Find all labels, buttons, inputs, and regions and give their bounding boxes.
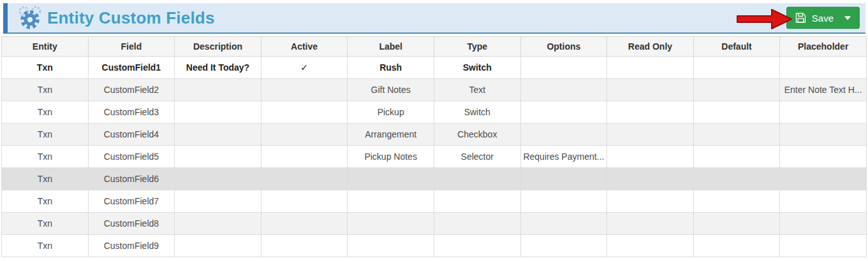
- cell-active[interactable]: [261, 101, 348, 123]
- cell-description[interactable]: [175, 213, 261, 235]
- cell-placeholder[interactable]: [780, 168, 867, 190]
- cell-field[interactable]: CustomField3: [88, 101, 175, 123]
- header-bar: Entity Custom Fields Save: [3, 3, 865, 34]
- cell-label[interactable]: Pickup: [348, 101, 434, 123]
- cell-placeholder[interactable]: [780, 146, 867, 168]
- cell-label[interactable]: [348, 168, 434, 190]
- cell-type[interactable]: [434, 213, 520, 235]
- cell-read-only[interactable]: [607, 57, 694, 79]
- cell-type[interactable]: Switch: [434, 57, 520, 79]
- cell-entity[interactable]: Txn: [2, 101, 89, 123]
- cell-placeholder[interactable]: [780, 213, 867, 235]
- cell-entity[interactable]: Txn: [2, 146, 89, 168]
- cell-label[interactable]: Arrangement: [348, 123, 434, 146]
- cell-entity[interactable]: Txn: [2, 168, 89, 190]
- cell-default[interactable]: [693, 79, 780, 101]
- cell-read-only[interactable]: [607, 190, 694, 213]
- cell-read-only[interactable]: [607, 79, 694, 101]
- cell-description[interactable]: Need It Today?: [175, 57, 261, 79]
- cell-label[interactable]: Gift Notes: [348, 79, 434, 101]
- cell-read-only[interactable]: [607, 235, 694, 257]
- cell-description[interactable]: [175, 123, 261, 146]
- cell-options[interactable]: [520, 123, 607, 146]
- cell-placeholder[interactable]: [780, 235, 867, 257]
- dropdown-caret-icon[interactable]: [844, 16, 851, 20]
- cell-options[interactable]: [520, 235, 607, 257]
- cell-type[interactable]: [434, 168, 520, 190]
- cell-field[interactable]: CustomField6: [88, 168, 175, 190]
- cell-label[interactable]: Pickup Notes: [348, 146, 434, 168]
- annotation-arrow-icon: [737, 8, 793, 31]
- cell-field[interactable]: CustomField5: [88, 146, 175, 168]
- cell-active[interactable]: [261, 235, 348, 257]
- cell-label[interactable]: [348, 213, 434, 235]
- cell-read-only[interactable]: [607, 101, 694, 123]
- cell-placeholder[interactable]: [780, 190, 867, 213]
- cell-default[interactable]: [693, 101, 780, 123]
- cell-label[interactable]: [348, 235, 434, 257]
- floppy-disk-icon: [795, 13, 806, 24]
- cell-active[interactable]: ✓: [261, 57, 348, 79]
- cell-options[interactable]: [520, 57, 607, 79]
- cell-label[interactable]: [348, 190, 434, 213]
- cell-description[interactable]: [175, 168, 261, 190]
- cell-entity[interactable]: Txn: [2, 213, 89, 235]
- cell-default[interactable]: [693, 168, 780, 190]
- cell-field[interactable]: CustomField1: [88, 57, 175, 79]
- cell-options[interactable]: [520, 213, 607, 235]
- cell-options[interactable]: [520, 190, 607, 213]
- cell-active[interactable]: [261, 190, 348, 213]
- cell-field[interactable]: CustomField9: [88, 235, 175, 257]
- cell-label[interactable]: Rush: [348, 57, 434, 79]
- cell-type[interactable]: Switch: [434, 101, 520, 123]
- cell-read-only[interactable]: [607, 123, 694, 146]
- cell-description[interactable]: [175, 101, 261, 123]
- cell-options[interactable]: [520, 79, 607, 101]
- table-row: TxnCustomField7: [2, 190, 867, 213]
- cell-entity[interactable]: Txn: [2, 235, 89, 257]
- cell-placeholder[interactable]: [780, 123, 867, 146]
- column-header-default: Default: [693, 37, 780, 57]
- cell-active[interactable]: [261, 213, 348, 235]
- cell-field[interactable]: CustomField8: [88, 213, 175, 235]
- cell-active[interactable]: [261, 146, 348, 168]
- cell-placeholder[interactable]: [780, 101, 867, 123]
- cell-type[interactable]: [434, 190, 520, 213]
- cell-entity[interactable]: Txn: [2, 57, 89, 79]
- cell-type[interactable]: [434, 235, 520, 257]
- cell-field[interactable]: CustomField4: [88, 123, 175, 146]
- cell-description[interactable]: [175, 190, 261, 213]
- cell-active[interactable]: [261, 123, 348, 146]
- cell-default[interactable]: [693, 123, 780, 146]
- cell-options[interactable]: [520, 101, 607, 123]
- table-row: TxnCustomField8: [2, 213, 867, 235]
- cell-placeholder[interactable]: [780, 57, 867, 79]
- cell-entity[interactable]: Txn: [2, 79, 89, 101]
- cell-type[interactable]: Checkbox: [434, 123, 520, 146]
- cell-description[interactable]: [175, 146, 261, 168]
- column-header-type: Type: [434, 37, 520, 57]
- cell-default[interactable]: [693, 146, 780, 168]
- cell-default[interactable]: [693, 213, 780, 235]
- cell-active[interactable]: [261, 168, 348, 190]
- cell-field[interactable]: CustomField2: [88, 79, 175, 101]
- cell-field[interactable]: CustomField7: [88, 190, 175, 213]
- cell-options[interactable]: Requires Payment...: [520, 146, 607, 168]
- cell-read-only[interactable]: [607, 168, 694, 190]
- save-button[interactable]: Save: [786, 7, 860, 29]
- cell-read-only[interactable]: [607, 146, 694, 168]
- cell-active[interactable]: [261, 79, 348, 101]
- cell-options[interactable]: [520, 168, 607, 190]
- cell-read-only[interactable]: [607, 213, 694, 235]
- cell-type[interactable]: Selector: [434, 146, 520, 168]
- cell-description[interactable]: [175, 79, 261, 101]
- cell-default[interactable]: [693, 57, 780, 79]
- cell-default[interactable]: [693, 190, 780, 213]
- column-header-description: Description: [175, 37, 261, 57]
- cell-entity[interactable]: Txn: [2, 123, 89, 146]
- cell-entity[interactable]: Txn: [2, 190, 89, 213]
- cell-default[interactable]: [693, 235, 780, 257]
- cell-type[interactable]: Text: [434, 79, 520, 101]
- cell-description[interactable]: [175, 235, 261, 257]
- cell-placeholder[interactable]: Enter Note Text H...: [780, 79, 867, 101]
